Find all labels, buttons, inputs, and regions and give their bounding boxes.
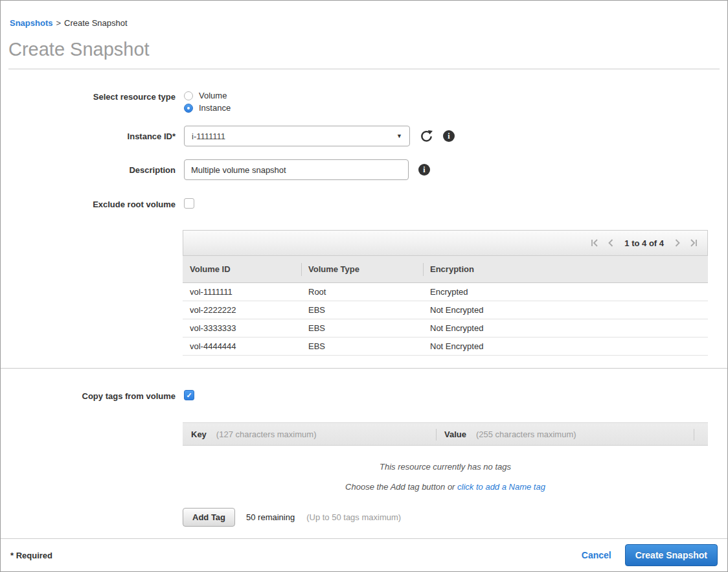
radio-option-volume[interactable]: Volume xyxy=(184,91,231,100)
volume-id-cell: vol-4444444 xyxy=(183,337,301,355)
instance-id-select[interactable]: i-1111111 ▼ xyxy=(184,126,410,146)
volume-type-cell: EBS xyxy=(301,301,423,319)
copy-tags-label: Copy tags from volume xyxy=(1,390,176,401)
tags-table-header: Key (127 characters maximum) Value (255 … xyxy=(183,422,708,446)
table-row: vol-4444444 EBS Not Encrypted xyxy=(183,337,708,356)
encryption-cell: Not Encrypted xyxy=(423,337,708,355)
volume-type-cell: Root xyxy=(301,283,423,301)
add-name-tag-link[interactable]: click to add a Name tag xyxy=(457,482,545,492)
tag-key-header: Key xyxy=(191,429,207,439)
tag-value-header-cell: Value (255 characters maximum) xyxy=(436,423,694,445)
instance-id-info-icon[interactable]: i xyxy=(443,130,455,142)
volumes-table: 1 to 4 of 4 Volume ID Volume Type Encryp… xyxy=(183,230,708,356)
tag-value-header: Value xyxy=(444,429,466,439)
volumes-table-header: Volume ID Volume Type Encryption xyxy=(183,256,708,283)
breadcrumb: Snapshots>Create Snapshot xyxy=(1,1,727,28)
volume-radio[interactable] xyxy=(184,91,193,100)
add-tag-row: Add Tag 50 remaining (Up to 50 tags maxi… xyxy=(183,508,727,527)
description-input[interactable] xyxy=(184,159,409,180)
last-page-icon[interactable] xyxy=(689,238,698,247)
tag-key-hint: (127 characters maximum) xyxy=(216,429,317,439)
create-snapshot-button[interactable]: Create Snapshot xyxy=(625,544,718,566)
instance-id-label: Instance ID* xyxy=(1,126,176,141)
title-divider xyxy=(8,69,720,69)
first-page-icon[interactable] xyxy=(590,238,599,247)
chevron-down-icon: ▼ xyxy=(396,133,402,139)
volume-id-cell: vol-2222222 xyxy=(183,301,301,319)
tag-value-hint: (255 characters maximum) xyxy=(476,429,576,439)
volume-id-cell: vol-1111111 xyxy=(183,283,301,301)
next-page-icon[interactable] xyxy=(674,238,681,247)
table-row: vol-1111111 Root Encrypted xyxy=(183,283,708,301)
exclude-root-label: Exclude root volume xyxy=(1,198,176,209)
footer-bar: * Required Cancel Create Snapshot xyxy=(1,538,727,571)
add-tag-button[interactable]: Add Tag xyxy=(183,508,235,527)
resource-type-options: Volume Instance xyxy=(184,91,231,113)
encryption-cell: Encrypted xyxy=(423,283,708,301)
table-row: vol-2222222 EBS Not Encrypted xyxy=(183,301,708,319)
column-header-volume-id: Volume ID xyxy=(183,256,301,282)
description-info-icon[interactable]: i xyxy=(418,164,430,176)
column-header-volume-type: Volume Type xyxy=(301,256,423,282)
volumes-pagination: 1 to 4 of 4 xyxy=(183,230,708,256)
volume-type-cell: EBS xyxy=(301,337,423,355)
copy-tags-row: Copy tags from volume ✓ xyxy=(1,390,727,401)
tags-add-hint-text: Choose the Add tag button or xyxy=(345,482,457,492)
cancel-button[interactable]: Cancel xyxy=(582,550,611,560)
instance-id-value: i-1111111 xyxy=(192,132,225,141)
radio-option-instance[interactable]: Instance xyxy=(184,103,231,113)
volume-id-cell: vol-3333333 xyxy=(183,319,301,337)
breadcrumb-current: Create Snapshot xyxy=(64,18,128,28)
volume-type-cell: EBS xyxy=(301,319,423,337)
encryption-cell: Not Encrypted xyxy=(423,319,708,337)
copy-tags-checkbox[interactable]: ✓ xyxy=(184,390,194,400)
pagination-range: 1 to 4 of 4 xyxy=(624,238,664,248)
refresh-icon[interactable] xyxy=(420,130,433,143)
tags-empty-message: This resource currently has no tags xyxy=(183,462,708,472)
previous-page-icon[interactable] xyxy=(607,238,614,247)
tags-add-hint: Choose the Add tag button or click to ad… xyxy=(183,482,708,492)
create-snapshot-page: Snapshots>Create Snapshot Create Snapsho… xyxy=(0,0,728,572)
instance-radio[interactable] xyxy=(184,104,193,113)
required-note: * Required xyxy=(10,551,52,560)
breadcrumb-snapshots-link[interactable]: Snapshots xyxy=(10,18,52,28)
tag-actions-header-cell xyxy=(694,423,708,445)
resource-type-row: Select resource type Volume Instance xyxy=(1,91,727,113)
table-row: vol-3333333 EBS Not Encrypted xyxy=(183,319,708,337)
breadcrumb-separator: > xyxy=(56,18,61,28)
section-divider xyxy=(1,368,727,369)
exclude-root-checkbox[interactable] xyxy=(184,198,194,209)
resource-type-label: Select resource type xyxy=(1,91,176,102)
tags-maximum-note: (Up to 50 tags maximum) xyxy=(306,512,401,522)
volume-radio-label: Volume xyxy=(199,91,227,100)
instance-radio-label: Instance xyxy=(199,103,231,113)
page-title: Create Snapshot xyxy=(8,39,727,60)
encryption-cell: Not Encrypted xyxy=(423,301,708,319)
exclude-root-row: Exclude root volume xyxy=(1,198,727,209)
tag-key-header-cell: Key (127 characters maximum) xyxy=(183,423,436,445)
description-row: Description i xyxy=(1,159,727,180)
instance-id-row: Instance ID* i-1111111 ▼ i xyxy=(1,126,727,146)
column-header-encryption: Encryption xyxy=(423,256,708,282)
tags-remaining-count: 50 remaining xyxy=(246,512,295,522)
description-label: Description xyxy=(1,159,176,175)
